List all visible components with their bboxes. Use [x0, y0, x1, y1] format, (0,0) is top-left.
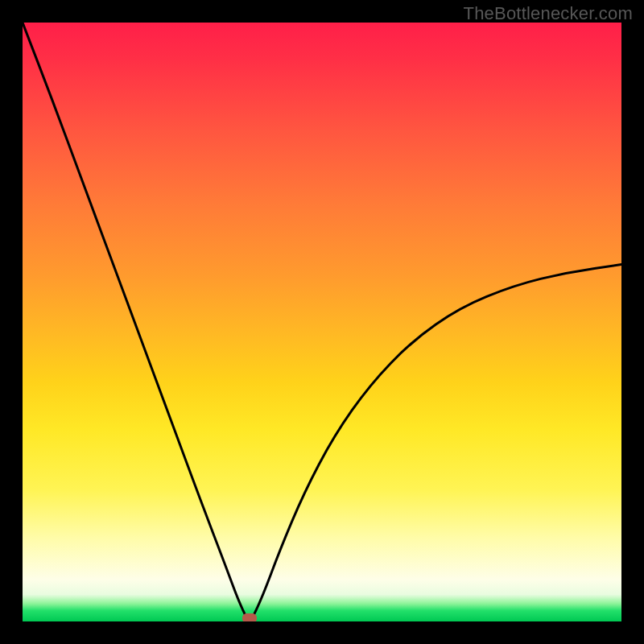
minimum-point-marker	[242, 613, 257, 621]
curve-path	[23, 23, 621, 621]
chart-frame: TheBottlenecker.com	[0, 0, 644, 644]
bottleneck-curve	[23, 23, 621, 621]
plot-area	[23, 23, 621, 621]
watermark-text: TheBottlenecker.com	[464, 3, 633, 24]
